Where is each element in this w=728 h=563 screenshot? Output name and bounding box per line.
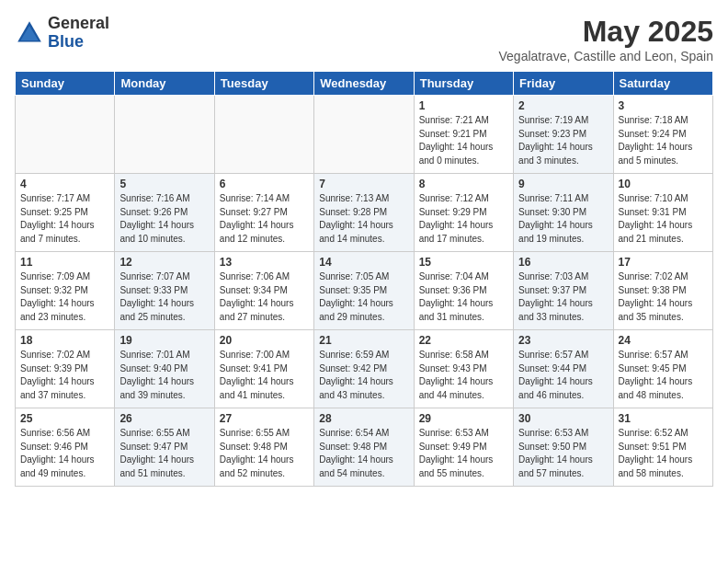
calendar-cell: 26Sunrise: 6:55 AM Sunset: 9:47 PM Dayli… <box>115 408 214 487</box>
day-info: Sunrise: 7:13 AM Sunset: 9:28 PM Dayligh… <box>319 192 408 246</box>
calendar-cell: 12Sunrise: 7:07 AM Sunset: 9:33 PM Dayli… <box>115 252 214 330</box>
day-number: 31 <box>619 412 708 425</box>
calendar-cell: 5Sunrise: 7:16 AM Sunset: 9:26 PM Daylig… <box>115 174 214 252</box>
col-header-sunday: Sunday <box>16 72 115 96</box>
day-number: 7 <box>319 178 408 190</box>
day-info: Sunrise: 7:07 AM Sunset: 9:33 PM Dayligh… <box>119 270 209 324</box>
calendar-cell: 16Sunrise: 7:03 AM Sunset: 9:37 PM Dayli… <box>514 252 613 330</box>
day-number: 28 <box>319 412 408 425</box>
calendar-cell: 4Sunrise: 7:17 AM Sunset: 9:25 PM Daylig… <box>16 174 115 252</box>
day-info: Sunrise: 7:21 AM Sunset: 9:21 PM Dayligh… <box>419 114 508 167</box>
calendar-cell: 24Sunrise: 6:57 AM Sunset: 9:45 PM Dayli… <box>613 330 712 408</box>
day-number: 3 <box>619 99 708 112</box>
day-info: Sunrise: 7:01 AM Sunset: 9:40 PM Dayligh… <box>119 349 209 402</box>
day-number: 30 <box>518 412 608 425</box>
day-info: Sunrise: 7:02 AM Sunset: 9:38 PM Dayligh… <box>619 270 708 324</box>
calendar-cell: 9Sunrise: 7:11 AM Sunset: 9:30 PM Daylig… <box>514 174 613 252</box>
calendar-cell: 18Sunrise: 7:02 AM Sunset: 9:39 PM Dayli… <box>16 330 115 408</box>
day-info: Sunrise: 7:09 AM Sunset: 9:32 PM Dayligh… <box>20 270 109 324</box>
calendar-cell: 27Sunrise: 6:55 AM Sunset: 9:48 PM Dayli… <box>214 408 313 487</box>
day-info: Sunrise: 6:54 AM Sunset: 9:48 PM Dayligh… <box>319 427 408 480</box>
logo-text: General Blue <box>48 15 109 52</box>
logo-blue: Blue <box>48 32 84 51</box>
calendar-cell: 7Sunrise: 7:13 AM Sunset: 9:28 PM Daylig… <box>314 174 414 252</box>
day-info: Sunrise: 7:12 AM Sunset: 9:29 PM Dayligh… <box>419 192 508 246</box>
day-info: Sunrise: 6:53 AM Sunset: 9:50 PM Dayligh… <box>518 427 608 480</box>
day-info: Sunrise: 7:18 AM Sunset: 9:24 PM Dayligh… <box>619 114 708 167</box>
day-info: Sunrise: 7:19 AM Sunset: 9:23 PM Dayligh… <box>518 114 608 167</box>
day-info: Sunrise: 7:00 AM Sunset: 9:41 PM Dayligh… <box>220 349 309 402</box>
calendar-cell: 8Sunrise: 7:12 AM Sunset: 9:29 PM Daylig… <box>414 174 513 252</box>
page-header: General Blue May 2025 Vegalatrave, Casti… <box>15 15 713 63</box>
calendar-cell: 14Sunrise: 7:05 AM Sunset: 9:35 PM Dayli… <box>314 252 414 330</box>
day-number: 8 <box>419 178 508 190</box>
location: Vegalatrave, Castille and Leon, Spain <box>499 49 714 63</box>
day-number: 29 <box>419 412 508 425</box>
day-info: Sunrise: 7:02 AM Sunset: 9:39 PM Dayligh… <box>20 349 109 402</box>
day-number: 2 <box>518 99 608 112</box>
day-info: Sunrise: 6:52 AM Sunset: 9:51 PM Dayligh… <box>619 427 708 480</box>
day-number: 9 <box>518 178 608 190</box>
calendar-cell: 2Sunrise: 7:19 AM Sunset: 9:23 PM Daylig… <box>514 96 613 174</box>
day-number: 18 <box>20 334 109 347</box>
day-info: Sunrise: 7:04 AM Sunset: 9:36 PM Dayligh… <box>419 270 508 324</box>
day-number: 11 <box>20 256 109 269</box>
month-title: May 2025 <box>499 15 714 49</box>
calendar-cell: 25Sunrise: 6:56 AM Sunset: 9:46 PM Dayli… <box>16 408 115 487</box>
calendar-cell <box>115 96 214 174</box>
day-info: Sunrise: 7:06 AM Sunset: 9:34 PM Dayligh… <box>220 270 309 324</box>
calendar-cell: 10Sunrise: 7:10 AM Sunset: 9:31 PM Dayli… <box>613 174 712 252</box>
calendar-cell: 20Sunrise: 7:00 AM Sunset: 9:41 PM Dayli… <box>214 330 313 408</box>
col-header-tuesday: Tuesday <box>214 72 313 96</box>
day-info: Sunrise: 7:14 AM Sunset: 9:27 PM Dayligh… <box>220 192 309 246</box>
day-info: Sunrise: 7:11 AM Sunset: 9:30 PM Dayligh… <box>518 192 608 246</box>
day-info: Sunrise: 7:03 AM Sunset: 9:37 PM Dayligh… <box>518 270 608 324</box>
day-number: 14 <box>319 256 408 269</box>
day-number: 6 <box>220 178 309 190</box>
day-info: Sunrise: 6:55 AM Sunset: 9:47 PM Dayligh… <box>119 427 209 480</box>
day-number: 1 <box>419 99 508 112</box>
day-number: 17 <box>619 256 708 269</box>
calendar-cell <box>16 96 115 174</box>
day-number: 25 <box>20 412 109 425</box>
calendar-table: SundayMondayTuesdayWednesdayThursdayFrid… <box>15 71 713 487</box>
col-header-wednesday: Wednesday <box>314 72 414 96</box>
day-info: Sunrise: 6:57 AM Sunset: 9:44 PM Dayligh… <box>518 349 608 402</box>
day-number: 16 <box>518 256 608 269</box>
day-number: 19 <box>119 334 209 347</box>
day-info: Sunrise: 7:05 AM Sunset: 9:35 PM Dayligh… <box>319 270 408 324</box>
day-number: 12 <box>119 256 209 269</box>
calendar-cell: 13Sunrise: 7:06 AM Sunset: 9:34 PM Dayli… <box>214 252 313 330</box>
calendar-cell: 1Sunrise: 7:21 AM Sunset: 9:21 PM Daylig… <box>414 96 513 174</box>
calendar-cell: 23Sunrise: 6:57 AM Sunset: 9:44 PM Dayli… <box>514 330 613 408</box>
col-header-thursday: Thursday <box>414 72 513 96</box>
day-number: 23 <box>518 334 608 347</box>
day-info: Sunrise: 6:58 AM Sunset: 9:43 PM Dayligh… <box>419 349 508 402</box>
calendar-cell: 21Sunrise: 6:59 AM Sunset: 9:42 PM Dayli… <box>314 330 414 408</box>
day-info: Sunrise: 6:53 AM Sunset: 9:49 PM Dayligh… <box>419 427 508 480</box>
calendar-cell: 28Sunrise: 6:54 AM Sunset: 9:48 PM Dayli… <box>314 408 414 487</box>
calendar-cell: 11Sunrise: 7:09 AM Sunset: 9:32 PM Dayli… <box>16 252 115 330</box>
calendar-cell: 6Sunrise: 7:14 AM Sunset: 9:27 PM Daylig… <box>214 174 313 252</box>
calendar-cell: 29Sunrise: 6:53 AM Sunset: 9:49 PM Dayli… <box>414 408 513 487</box>
day-number: 27 <box>220 412 309 425</box>
day-info: Sunrise: 6:59 AM Sunset: 9:42 PM Dayligh… <box>319 349 408 402</box>
day-number: 26 <box>119 412 209 425</box>
day-number: 5 <box>119 178 209 190</box>
day-number: 13 <box>220 256 309 269</box>
day-info: Sunrise: 7:16 AM Sunset: 9:26 PM Dayligh… <box>119 192 209 246</box>
day-info: Sunrise: 6:57 AM Sunset: 9:45 PM Dayligh… <box>619 349 708 402</box>
logo-icon <box>15 18 44 48</box>
day-number: 21 <box>319 334 408 347</box>
day-number: 20 <box>220 334 309 347</box>
col-header-monday: Monday <box>115 72 214 96</box>
calendar-cell: 3Sunrise: 7:18 AM Sunset: 9:24 PM Daylig… <box>613 96 712 174</box>
title-block: May 2025 Vegalatrave, Castille and Leon,… <box>499 15 714 63</box>
day-number: 22 <box>419 334 508 347</box>
calendar-cell: 22Sunrise: 6:58 AM Sunset: 9:43 PM Dayli… <box>414 330 513 408</box>
day-number: 4 <box>20 178 109 190</box>
day-number: 10 <box>619 178 708 190</box>
day-info: Sunrise: 7:17 AM Sunset: 9:25 PM Dayligh… <box>20 192 109 246</box>
calendar-cell: 31Sunrise: 6:52 AM Sunset: 9:51 PM Dayli… <box>613 408 712 487</box>
day-info: Sunrise: 6:55 AM Sunset: 9:48 PM Dayligh… <box>220 427 309 480</box>
